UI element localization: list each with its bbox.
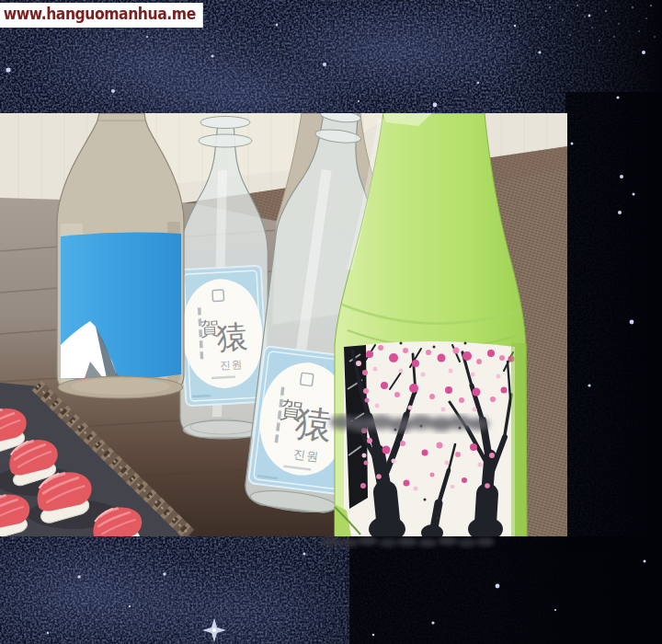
site-watermark: www.hanguomanhua.me [0, 3, 203, 28]
fuji-label [61, 233, 181, 380]
label-main-char: 猿 [293, 401, 335, 448]
webtoon-page: 賀 猿 진원 [0, 0, 662, 644]
sake-label-back: 賀 猿 진원 [179, 266, 268, 406]
plum-blossom-label [330, 341, 527, 536]
comic-panel: 賀 猿 진원 [0, 113, 567, 536]
label-main-char: 猿 [216, 318, 249, 357]
site-watermark-text: www.hanguomanhua.me [4, 5, 196, 23]
label-subtext: 진원 [220, 358, 244, 372]
bottle-rim [200, 117, 250, 129]
